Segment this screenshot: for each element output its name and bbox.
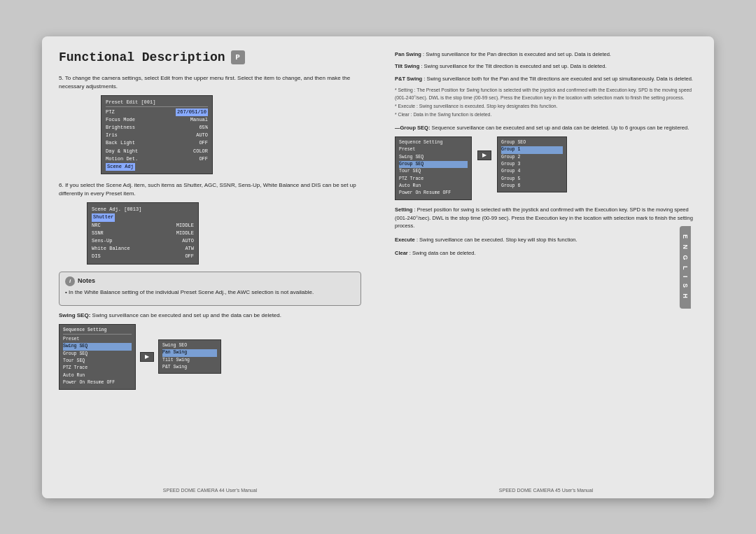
right-seq-row-4: Tour SEQ: [399, 168, 468, 175]
right-footer-text: SPEED DOME CAMERA 45 User's Manual: [499, 488, 593, 493]
preset-row-1: PTZ267/051/10: [106, 108, 208, 116]
pan-swing-bold: Pan Swing: [395, 51, 421, 57]
right-seq-row-6: Auto Run: [399, 183, 468, 190]
group-seq-heading: —Group SEQ: Sequence surveillance can be…: [395, 124, 697, 132]
preset-edit-title: Preset Edit [001]: [106, 99, 208, 107]
swing-seq-heading: Swing SEQ: Swing surveillance can be exe…: [59, 311, 361, 320]
pt-swing-text: P&T Swing : Swing surveillance both for …: [395, 75, 697, 83]
setting-label: Setting: [395, 206, 412, 213]
left-seq-row-5: PTZ Trace: [63, 365, 132, 372]
note-star-1: * Setting : The Preset Position for Swin…: [395, 87, 697, 101]
preset-row-2: Focus ModeManual: [106, 116, 208, 124]
scene-row-4: Sens-UpAUTO: [92, 237, 194, 245]
note-star-3: * Clear : Data in the Swing function is …: [395, 111, 697, 118]
swing-seq-text: Swing surveillance can be executed and s…: [92, 312, 281, 318]
section-6: 6. If you select the Scene Adj. item, su…: [59, 181, 361, 264]
swing-seo-box: Swing SEO Pan Swing Tilt Swing P&T Swing: [158, 339, 221, 374]
swing-seq-bold: Swing SEQ:: [59, 312, 90, 318]
scene-row-3: SSNRMIDDLE: [92, 230, 194, 237]
group-seo-row-5: Group 5: [501, 176, 563, 183]
right-arrow: ▶: [477, 150, 491, 160]
section-5-text: 5. To change the camera settings, select…: [59, 74, 361, 91]
preset-row-3: Brightness65%: [106, 124, 208, 132]
left-seq-setting-title: Sequence Setting: [63, 327, 132, 335]
page-title: Functional Description P: [59, 50, 361, 64]
group-seo-title: Group SEO: [501, 139, 563, 146]
preset-row-5: Back LightOFF: [106, 139, 208, 147]
left-footer: SPEED DOME CAMERA 44 User's Manual: [42, 488, 378, 493]
scene-row-2: NRCMIDDLE: [92, 222, 194, 230]
setting-desc: : Preset position for swing is selected …: [395, 206, 693, 229]
clear-desc: : Swing data can be deleted.: [410, 250, 476, 256]
group-seo-row-3: Group 3: [501, 161, 563, 168]
notes-icon: i: [65, 276, 75, 286]
swing-sequence-container: Sequence Setting Preset Swing SEQ Group …: [59, 324, 361, 390]
setting-text: Setting : Preset position for swing is s…: [395, 206, 697, 230]
book-spread: Functional Description P 5. To change th…: [42, 36, 714, 498]
left-seq-row-6: Auto Run: [63, 372, 132, 379]
right-seq-row-5: PTZ Trace: [399, 176, 468, 183]
scene-adj-box: Scene Adj. [0813] Shutter NRCMIDDLE SSNR…: [87, 202, 199, 264]
left-seq-row-3: Group SEQ: [63, 351, 132, 358]
left-seq-setting-box: Sequence Setting Preset Swing SEQ Group …: [59, 324, 136, 390]
right-seq-row-3: Group SEQ: [399, 161, 468, 168]
left-seq-row-1: Preset: [63, 336, 132, 343]
scene-row-1: Shutter: [92, 213, 194, 221]
swing-seo-title: Swing SEO: [162, 342, 217, 349]
preset-row-4: IrisAUTO: [106, 132, 208, 139]
note-star-2: * Execute : Swing surveillance is execut…: [395, 103, 697, 110]
left-seq-row-2: Swing SEQ: [63, 343, 132, 350]
english-tab: E N G L I S H: [680, 226, 691, 309]
execute-text: Execute : Swing surveillance can be exec…: [395, 236, 697, 244]
group-seo-row-4: Group 4: [501, 168, 563, 175]
notes-box: i Notes • In the White Balance setting o…: [59, 272, 361, 306]
execute-label: Execute: [395, 237, 415, 243]
section-5: 5. To change the camera settings, select…: [59, 74, 361, 175]
group-seq-bold: —Group SEQ:: [395, 125, 430, 131]
preset-edit-box: Preset Edit [001] PTZ267/051/10 Focus Mo…: [101, 95, 213, 175]
execute-desc: : Swing surveillance can be executed. St…: [416, 237, 578, 243]
right-footer: SPEED DOME CAMERA 45 User's Manual: [378, 488, 714, 493]
page-container: Functional Description P 5. To change th…: [0, 0, 756, 534]
swing-seo-row-1: Pan Swing: [162, 349, 217, 356]
right-seq-row-7: Power On Resume OFF: [399, 190, 468, 197]
group-seo-row-1: Group 1: [501, 146, 563, 153]
right-seq-setting-title: Sequence Setting: [399, 139, 468, 146]
notes-title: i Notes: [65, 276, 355, 286]
pan-swing-desc: : Swing surveillance for the Pan directi…: [423, 51, 611, 57]
pt-swing-bold: P&T Swing: [395, 76, 422, 82]
clear-text: Clear : Swing data can be deleted.: [395, 249, 697, 258]
notes-text: • In the White Balance setting of the in…: [65, 288, 355, 297]
preset-row-6: Day & NightCOLOR: [106, 148, 208, 155]
tilt-swing-bold: Tilt Swing: [395, 63, 419, 69]
group-seq-container: Sequence Setting Preset Swing SEQ Group …: [395, 136, 697, 200]
title-text: Functional Description: [59, 50, 225, 64]
group-seq-text: Sequence surveillance can be executed an…: [432, 125, 690, 131]
preset-row-7: Motion Det.OFF: [106, 155, 208, 163]
left-page: Functional Description P 5. To change th…: [42, 36, 378, 498]
right-seq-setting-box: Sequence Setting Preset Swing SEQ Group …: [395, 136, 472, 200]
right-page: E N G L I S H Pan Swing : Swing surveill…: [378, 36, 714, 498]
swing-seq-section: Swing SEQ: Swing surveillance can be exe…: [59, 311, 361, 390]
clear-label: Clear: [395, 250, 408, 256]
group-seo-row-2: Group 2: [501, 154, 563, 161]
left-footer-text: SPEED DOME CAMERA 44 User's Manual: [163, 488, 257, 493]
notes-label: Notes: [78, 276, 95, 286]
right-seq-row-1: Preset: [399, 146, 468, 153]
pan-swing-text: Pan Swing : Swing surveillance for the P…: [395, 50, 697, 59]
section-6-text: 6. If you select the Scene Adj. item, su…: [59, 181, 361, 198]
swing-seo-row-2: Tilt Swing: [162, 357, 217, 364]
tilt-swing-text: Tilt Swing : Swing surveillance for the …: [395, 62, 697, 71]
scene-row-6: DISOFF: [92, 253, 194, 260]
group-seo-row-6: Group 6: [501, 183, 563, 190]
title-icon: P: [231, 50, 245, 64]
group-seo-box: Group SEO Group 1 Group 2 Group 3 Group …: [497, 136, 567, 193]
scene-row-5: White BalanceATW: [92, 245, 194, 253]
preset-row-8: Scene Adj: [106, 163, 208, 171]
left-seq-row-7: Power On Resume OFF: [63, 379, 132, 386]
pt-swing-desc: : Swing surveillance both for the Pan an…: [424, 76, 693, 82]
tilt-swing-desc: : Swing surveillance for the Tilt direct…: [421, 63, 606, 69]
left-seq-row-4: Tour SEQ: [63, 358, 132, 365]
left-arrow: ▶: [140, 352, 154, 362]
right-seq-row-2: Swing SEQ: [399, 154, 468, 161]
